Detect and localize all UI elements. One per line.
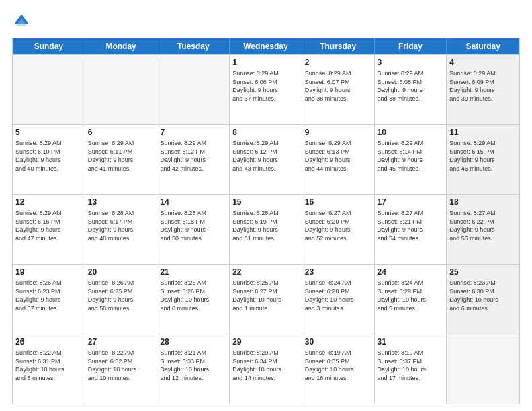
- day-number: 25: [449, 267, 517, 277]
- calendar-cell: 8Sunrise: 8:29 AM Sunset: 6:12 PM Daylig…: [230, 125, 302, 194]
- calendar-cell: 6Sunrise: 8:29 AM Sunset: 6:11 PM Daylig…: [85, 125, 158, 194]
- calendar-cell: 3Sunrise: 8:29 AM Sunset: 6:08 PM Daylig…: [375, 55, 447, 124]
- page: SundayMondayTuesdayWednesdayThursdayFrid…: [0, 0, 532, 411]
- day-info: Sunrise: 8:27 AM Sunset: 6:20 PM Dayligh…: [305, 209, 371, 242]
- calendar-cell: 1Sunrise: 8:29 AM Sunset: 6:06 PM Daylig…: [230, 55, 302, 124]
- day-number: 29: [232, 336, 299, 347]
- calendar-body: 1Sunrise: 8:29 AM Sunset: 6:06 PM Daylig…: [13, 54, 519, 404]
- day-info: Sunrise: 8:22 AM Sunset: 6:31 PM Dayligh…: [15, 349, 82, 382]
- day-info: Sunrise: 8:29 AM Sunset: 6:08 PM Dayligh…: [378, 69, 444, 103]
- day-info: Sunrise: 8:24 AM Sunset: 6:28 PM Dayligh…: [305, 279, 371, 312]
- day-info: Sunrise: 8:28 AM Sunset: 6:17 PM Dayligh…: [88, 209, 154, 242]
- logo-icon: [12, 12, 31, 31]
- day-number: 9: [305, 127, 371, 138]
- day-info: Sunrise: 8:22 AM Sunset: 6:32 PM Dayligh…: [88, 349, 154, 382]
- day-info: Sunrise: 8:29 AM Sunset: 6:15 PM Dayligh…: [449, 139, 517, 173]
- calendar-row-1: 5Sunrise: 8:29 AM Sunset: 6:10 PM Daylig…: [13, 124, 519, 194]
- day-info: Sunrise: 8:19 AM Sunset: 6:37 PM Dayligh…: [378, 349, 444, 382]
- day-info: Sunrise: 8:24 AM Sunset: 6:29 PM Dayligh…: [378, 279, 444, 312]
- day-info: Sunrise: 8:26 AM Sunset: 6:23 PM Dayligh…: [15, 279, 82, 312]
- day-number: 14: [160, 197, 226, 208]
- day-number: 26: [15, 336, 82, 347]
- day-number: 6: [88, 127, 154, 138]
- day-info: Sunrise: 8:29 AM Sunset: 6:14 PM Dayligh…: [378, 139, 444, 173]
- day-info: Sunrise: 8:20 AM Sunset: 6:34 PM Dayligh…: [232, 349, 299, 382]
- calendar-cell: 27Sunrise: 8:22 AM Sunset: 6:32 PM Dayli…: [85, 334, 158, 404]
- calendar-row-0: 1Sunrise: 8:29 AM Sunset: 6:06 PM Daylig…: [13, 54, 519, 124]
- calendar-cell: 5Sunrise: 8:29 AM Sunset: 6:10 PM Daylig…: [13, 125, 85, 194]
- day-number: 2: [305, 57, 371, 68]
- day-number: 16: [305, 197, 371, 208]
- calendar-row-3: 19Sunrise: 8:26 AM Sunset: 6:23 PM Dayli…: [13, 264, 519, 334]
- day-header-wednesday: Wednesday: [230, 38, 302, 54]
- day-number: 8: [232, 127, 299, 138]
- calendar-cell: 9Sunrise: 8:29 AM Sunset: 6:13 PM Daylig…: [302, 125, 375, 194]
- day-number: 18: [449, 197, 517, 208]
- day-info: Sunrise: 8:29 AM Sunset: 6:09 PM Dayligh…: [449, 69, 517, 103]
- day-number: 15: [232, 197, 299, 208]
- calendar-header: SundayMondayTuesdayWednesdayThursdayFrid…: [13, 38, 519, 54]
- calendar-cell: 26Sunrise: 8:22 AM Sunset: 6:31 PM Dayli…: [13, 334, 85, 404]
- day-header-saturday: Saturday: [447, 38, 519, 54]
- calendar-cell: 12Sunrise: 8:29 AM Sunset: 6:16 PM Dayli…: [13, 195, 85, 264]
- day-header-friday: Friday: [375, 38, 447, 54]
- day-number: 22: [232, 267, 299, 277]
- day-number: 5: [15, 127, 82, 138]
- calendar-cell: [13, 55, 85, 124]
- calendar-cell: 2Sunrise: 8:29 AM Sunset: 6:07 PM Daylig…: [302, 55, 375, 124]
- day-info: Sunrise: 8:21 AM Sunset: 6:33 PM Dayligh…: [160, 349, 226, 382]
- calendar-cell: 30Sunrise: 8:19 AM Sunset: 6:35 PM Dayli…: [302, 334, 375, 404]
- calendar-cell: 11Sunrise: 8:29 AM Sunset: 6:15 PM Dayli…: [447, 125, 519, 194]
- day-number: 17: [378, 197, 444, 208]
- day-number: 13: [88, 197, 154, 208]
- calendar-cell: 4Sunrise: 8:29 AM Sunset: 6:09 PM Daylig…: [447, 55, 519, 124]
- day-info: Sunrise: 8:29 AM Sunset: 6:12 PM Dayligh…: [160, 139, 226, 173]
- calendar-cell: 14Sunrise: 8:28 AM Sunset: 6:18 PM Dayli…: [157, 195, 230, 264]
- day-number: 21: [160, 267, 226, 277]
- day-header-tuesday: Tuesday: [157, 38, 230, 54]
- day-info: Sunrise: 8:29 AM Sunset: 6:12 PM Dayligh…: [232, 139, 299, 173]
- day-number: 27: [88, 336, 154, 347]
- calendar-row-2: 12Sunrise: 8:29 AM Sunset: 6:16 PM Dayli…: [13, 194, 519, 264]
- day-info: Sunrise: 8:29 AM Sunset: 6:10 PM Dayligh…: [15, 139, 82, 173]
- calendar-cell: 10Sunrise: 8:29 AM Sunset: 6:14 PM Dayli…: [375, 125, 447, 194]
- day-number: 4: [449, 57, 517, 68]
- day-info: Sunrise: 8:29 AM Sunset: 6:16 PM Dayligh…: [15, 209, 82, 242]
- calendar-cell: 25Sunrise: 8:23 AM Sunset: 6:30 PM Dayli…: [447, 265, 519, 334]
- day-header-sunday: Sunday: [13, 38, 85, 54]
- calendar-cell: 7Sunrise: 8:29 AM Sunset: 6:12 PM Daylig…: [157, 125, 230, 194]
- calendar-cell: 19Sunrise: 8:26 AM Sunset: 6:23 PM Dayli…: [13, 265, 85, 334]
- day-number: 10: [378, 127, 444, 138]
- day-info: Sunrise: 8:28 AM Sunset: 6:19 PM Dayligh…: [232, 209, 299, 242]
- logo: [12, 12, 34, 31]
- day-info: Sunrise: 8:29 AM Sunset: 6:07 PM Dayligh…: [305, 69, 371, 103]
- calendar-cell: 24Sunrise: 8:24 AM Sunset: 6:29 PM Dayli…: [375, 265, 447, 334]
- calendar-cell: [447, 334, 519, 404]
- calendar-cell: 23Sunrise: 8:24 AM Sunset: 6:28 PM Dayli…: [302, 265, 375, 334]
- day-info: Sunrise: 8:26 AM Sunset: 6:25 PM Dayligh…: [88, 279, 154, 312]
- calendar-cell: 18Sunrise: 8:27 AM Sunset: 6:22 PM Dayli…: [447, 195, 519, 264]
- day-info: Sunrise: 8:29 AM Sunset: 6:11 PM Dayligh…: [88, 139, 154, 173]
- day-info: Sunrise: 8:25 AM Sunset: 6:26 PM Dayligh…: [160, 279, 226, 312]
- day-info: Sunrise: 8:27 AM Sunset: 6:22 PM Dayligh…: [449, 209, 517, 242]
- day-info: Sunrise: 8:25 AM Sunset: 6:27 PM Dayligh…: [232, 279, 299, 312]
- calendar: SundayMondayTuesdayWednesdayThursdayFrid…: [12, 38, 520, 404]
- day-number: 30: [305, 336, 371, 347]
- day-number: 28: [160, 336, 226, 347]
- calendar-cell: 31Sunrise: 8:19 AM Sunset: 6:37 PM Dayli…: [375, 334, 447, 404]
- day-info: Sunrise: 8:28 AM Sunset: 6:18 PM Dayligh…: [160, 209, 226, 242]
- calendar-cell: [157, 55, 230, 124]
- calendar-cell: 13Sunrise: 8:28 AM Sunset: 6:17 PM Dayli…: [85, 195, 158, 264]
- day-info: Sunrise: 8:19 AM Sunset: 6:35 PM Dayligh…: [305, 349, 371, 382]
- day-number: 24: [378, 267, 444, 277]
- header: [12, 12, 520, 31]
- day-info: Sunrise: 8:29 AM Sunset: 6:13 PM Dayligh…: [305, 139, 371, 173]
- calendar-cell: 16Sunrise: 8:27 AM Sunset: 6:20 PM Dayli…: [302, 195, 375, 264]
- day-header-monday: Monday: [85, 38, 158, 54]
- day-info: Sunrise: 8:27 AM Sunset: 6:21 PM Dayligh…: [378, 209, 444, 242]
- day-number: 11: [449, 127, 517, 138]
- calendar-cell: 22Sunrise: 8:25 AM Sunset: 6:27 PM Dayli…: [230, 265, 302, 334]
- calendar-cell: 28Sunrise: 8:21 AM Sunset: 6:33 PM Dayli…: [157, 334, 230, 404]
- day-header-thursday: Thursday: [302, 38, 375, 54]
- calendar-row-4: 26Sunrise: 8:22 AM Sunset: 6:31 PM Dayli…: [13, 334, 519, 404]
